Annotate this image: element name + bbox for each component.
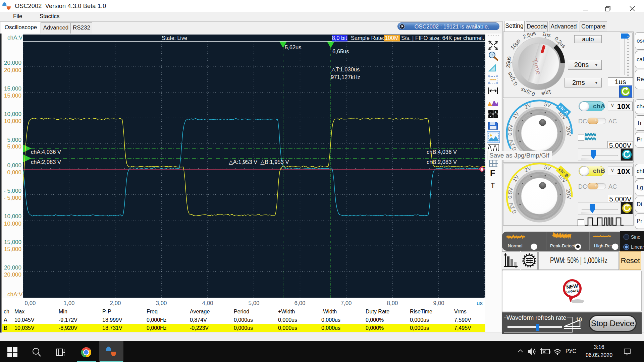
- svg-text:S/s. | FIFO size: 64K per chan: S/s. | FIFO size: 64K per channel.: [401, 35, 484, 41]
- svg-text:0.5V: 0.5V: [506, 124, 514, 136]
- svg-text:=: =: [495, 115, 497, 118]
- svg-text:chB:4,036 V: chB:4,036 V: [427, 149, 457, 155]
- svg-text:F: F: [490, 168, 495, 178]
- svg-text:20V: 20V: [565, 189, 572, 199]
- svg-text:△T:1,030us: △T:1,030us: [331, 66, 360, 72]
- svg-text:Sine: Sine: [631, 234, 640, 240]
- svg-text:8,0 bit: 8,0 bit: [332, 35, 347, 41]
- svg-text:△A:1,953 V △B:1,953 V: △A:1,953 V △B:1,953 V: [229, 159, 289, 165]
- svg-text:971,127kHz: 971,127kHz: [331, 74, 360, 80]
- svg-text:6,65us: 6,65us: [332, 48, 349, 54]
- svg-text:T: T: [491, 182, 495, 189]
- svg-text:Sample Rate:: Sample Rate:: [351, 35, 384, 41]
- svg-text:100M: 100M: [385, 35, 398, 41]
- svg-text:High-Res: High-Res: [594, 243, 613, 248]
- svg-text:chA:4,036 V: chA:4,036 V: [31, 149, 61, 155]
- svg-text:5,62us: 5,62us: [285, 44, 302, 50]
- svg-text:Normal: Normal: [508, 243, 523, 248]
- svg-text:B: B: [481, 168, 483, 172]
- svg-text:20V: 20V: [565, 126, 572, 136]
- svg-text:chB:2,083 V: chB:2,083 V: [427, 159, 457, 165]
- svg-text:Linear: Linear: [631, 244, 644, 250]
- svg-text:1us: 1us: [542, 31, 551, 38]
- svg-text:×: ×: [490, 115, 492, 118]
- svg-text:Peak-Detect: Peak-Detect: [550, 243, 575, 248]
- svg-text:chA:2,083 V: chA:2,083 V: [31, 159, 61, 165]
- svg-text:+: +: [494, 110, 496, 114]
- svg-text:State: Live: State: Live: [162, 35, 187, 41]
- svg-text:1ms: 1ms: [541, 89, 552, 97]
- svg-text:0.5V: 0.5V: [506, 187, 514, 199]
- svg-text:-: -: [490, 110, 491, 114]
